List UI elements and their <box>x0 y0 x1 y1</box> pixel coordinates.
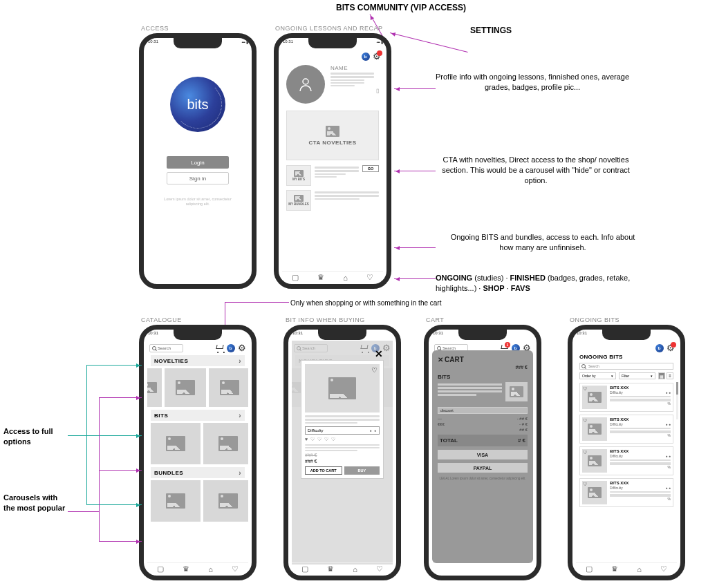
heart-icon[interactable]: ♡ <box>583 482 587 487</box>
cart-item-thumb[interactable] <box>505 382 528 401</box>
person-icon <box>297 76 314 93</box>
filter-select[interactable]: Filter▾ <box>619 372 655 379</box>
bits-community-icon[interactable]: b <box>655 343 664 352</box>
nav-finished-icon[interactable]: ♛ <box>317 273 324 282</box>
status-time: 10:31 <box>148 39 158 44</box>
novelties-carousel[interactable] <box>147 368 248 407</box>
cart-icon[interactable] <box>215 343 224 352</box>
bits-community-icon[interactable]: b <box>226 343 235 352</box>
list-item[interactable]: ♡ BITS XXXDifficulty● ●% <box>579 446 673 475</box>
cart-item-price: ### € <box>438 365 528 370</box>
signin-button[interactable]: Sign in <box>167 172 229 184</box>
cart-total: TOTAL# € <box>438 435 528 446</box>
bundles-carousel[interactable] <box>147 480 248 522</box>
grid-view-toggle[interactable]: ▦ <box>658 372 665 379</box>
arrow-teal-2 <box>86 435 142 436</box>
add-to-cart-button[interactable]: ADD TO CART <box>305 466 342 475</box>
old-price: ### € <box>305 453 317 457</box>
bit-image: ♡ <box>305 364 380 412</box>
annot-profile: Profile info with ongoing lessons, finni… <box>429 72 636 93</box>
nav-shop-icon[interactable]: ⌂ <box>343 274 348 282</box>
chevron-right-icon: › <box>239 469 241 477</box>
image-placeholder-icon <box>326 126 339 137</box>
arrow-profile <box>394 88 436 89</box>
cart-section-bits: BITS <box>438 374 528 380</box>
discount-input[interactable]: discount <box>438 407 528 414</box>
annot-carousels: Carousels with the most popular <box>3 493 69 513</box>
nav-ongoing-icon[interactable]: ▢ <box>292 273 299 282</box>
scrollbar[interactable] <box>676 382 678 419</box>
label-settings: SETTINGS <box>470 25 512 36</box>
arrow-p-1 <box>99 397 142 398</box>
buy-button[interactable]: BUY <box>344 466 380 475</box>
profile-name: NAME <box>330 65 379 71</box>
status-icons: ••• ▮ <box>377 39 382 44</box>
bits-header[interactable]: BITS› <box>151 410 245 421</box>
label-bits-community: BITS COMMUNITY (VIP ACCESS) <box>318 2 484 13</box>
heart-icon[interactable]: ♡ <box>583 450 587 455</box>
arrow-settings <box>390 32 468 53</box>
nav-favs-icon[interactable]: ♡ <box>366 273 373 282</box>
arrow-p-2 <box>99 470 142 471</box>
list-item[interactable]: ♡ BITS XXXDifficulty● ●% <box>579 383 673 412</box>
bits-community-icon[interactable]: b <box>361 52 370 61</box>
arrow-bottom-nav <box>394 278 436 279</box>
screen-label-cart: CART <box>426 316 444 323</box>
go-button[interactable]: GO <box>362 165 379 172</box>
settings-icon[interactable]: ⚙ <box>372 52 381 61</box>
new-price: ### € <box>305 459 317 464</box>
annot-cta: CTA with novelties, Direct access to the… <box>432 155 640 186</box>
my-bits-thumb[interactable]: MY BITS <box>286 165 311 186</box>
status-icons: ••• ▮ <box>242 39 248 44</box>
phone-catalogue: 10:31 Search b ⚙ NOVELTIES› BITS› BUNDLE… <box>139 325 257 580</box>
ob-search[interactable]: Search <box>579 363 673 370</box>
nav-shop-icon[interactable]: ⌂ <box>208 565 213 573</box>
heart-icon[interactable]: ♡ <box>583 386 587 392</box>
nav-ongoing-icon[interactable]: ▢ <box>157 565 164 573</box>
list-view-toggle[interactable]: ≡ <box>667 372 673 379</box>
list-item[interactable]: ♡ BITS XXXDifficulty● ●% <box>579 415 673 444</box>
search-input[interactable]: Search <box>149 344 183 352</box>
close-icon[interactable]: ✕ <box>375 348 383 359</box>
cart-close[interactable]: ✕ CART <box>438 356 528 363</box>
bit-info-modal: ✕ ♡ Difficulty ♥ ♡ ♡ ♡ ♡ ### € ### € ADD… <box>301 360 384 479</box>
list-item[interactable]: ♡ BITS XXXDifficulty● ●% <box>579 478 673 507</box>
settings-icon[interactable]: ⚙ <box>237 343 246 352</box>
pay-visa-button[interactable]: VISA <box>438 450 528 459</box>
phone-bitinfo: 10:31 Search b ⚙ NOVELTIES ✕ ♡ Difficult… <box>283 325 401 580</box>
annot-cart-note: Only when shopping or with something in … <box>290 298 441 308</box>
pay-paypal-button[interactable]: PAYPAL <box>438 463 528 473</box>
fav-heart-icon[interactable]: ♡ <box>371 366 378 374</box>
bottom-nav: ▢♛⌂♡ <box>576 562 677 573</box>
order-by-select[interactable]: Order by▾ <box>579 372 616 379</box>
bits-carousel[interactable] <box>147 423 248 464</box>
my-bundles-thumb[interactable]: MY BUNDLES <box>286 190 311 211</box>
status-time: 10:31 <box>292 331 303 335</box>
heart-icon[interactable]: ♡ <box>583 418 587 424</box>
login-button[interactable]: Login <box>167 156 229 169</box>
cta-novelties-carousel[interactable]: CTA NOVELTIES <box>286 111 379 160</box>
chevron-right-icon: › <box>239 357 241 365</box>
novelties-header[interactable]: NOVELTIES› <box>151 355 245 366</box>
purple-v <box>99 397 100 542</box>
search-icon <box>152 346 156 350</box>
screen-label-ongoing-bits: ONGOING BITS <box>570 316 620 323</box>
difficulty-bar: Difficulty <box>305 426 380 435</box>
access-lorem: Lorem ipsum dolor sit amet, consectetur … <box>147 197 248 207</box>
avatar[interactable] <box>286 65 325 104</box>
phone-access: 10:31 ••• ▮ bits Login Sign in Lorem ips… <box>139 33 257 289</box>
rating-hearts: ♥ ♡ ♡ ♡ ♡ <box>305 437 380 442</box>
arrow-cta <box>394 171 436 171</box>
nav-favs-icon[interactable]: ♡ <box>232 565 239 573</box>
screen-label-access: ACCESS <box>141 25 169 32</box>
settings-icon[interactable]: ⚙ <box>666 343 675 352</box>
status-time: 10:31 <box>283 39 293 44</box>
status-time: 10:31 <box>433 331 443 335</box>
teal-join <box>68 435 87 436</box>
cart-panel: ✕ CART ### € BITS discount —- ## € €€€- … <box>432 350 533 563</box>
bundles-header[interactable]: BUNDLES› <box>151 467 245 478</box>
screen-label-ongoing: ONGOING LESSONS AND RECAP <box>275 25 383 32</box>
profile-section: NAME ▯ <box>282 61 383 108</box>
svg-point-0 <box>303 79 308 84</box>
nav-finished-icon[interactable]: ♛ <box>183 565 189 573</box>
